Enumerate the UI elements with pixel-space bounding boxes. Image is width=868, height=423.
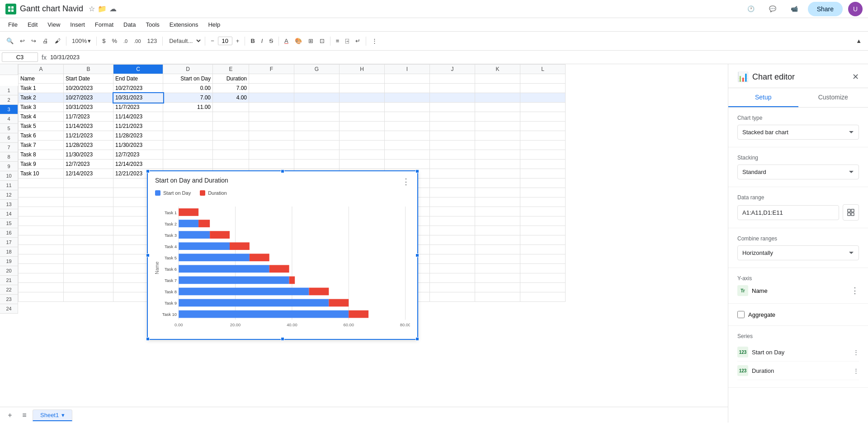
cell-e7[interactable] <box>213 131 249 141</box>
percent-button[interactable]: % <box>109 36 120 46</box>
cell-a1[interactable]: Name <box>19 74 64 84</box>
cell-j5[interactable] <box>430 112 475 122</box>
collapse-toolbar-button[interactable]: ▲ <box>853 36 864 46</box>
cell-j21[interactable] <box>430 264 475 273</box>
cell-g2[interactable] <box>294 84 340 93</box>
cell-j11[interactable] <box>430 169 475 179</box>
cell-j13[interactable] <box>430 188 475 197</box>
menu-edit[interactable]: Edit <box>23 19 42 30</box>
cell-j2[interactable] <box>430 84 475 93</box>
cell-h2[interactable] <box>340 84 385 93</box>
cell-b1[interactable]: Start Date <box>64 74 113 84</box>
cell-i10[interactable] <box>385 160 430 169</box>
strikethrough-button[interactable]: S <box>266 36 276 46</box>
cell-e6[interactable] <box>213 122 249 131</box>
cell-l12[interactable] <box>520 179 566 188</box>
cell-h5[interactable] <box>340 112 385 122</box>
cell-a24[interactable] <box>19 292 64 302</box>
col-header-i[interactable]: I <box>385 65 430 74</box>
series-more-start-button[interactable]: ⋮ <box>853 349 859 356</box>
cell-d1[interactable]: Start on Day <box>163 74 213 84</box>
wrap-button[interactable]: ↵ <box>353 36 363 46</box>
cell-g1[interactable] <box>294 74 340 84</box>
cell-a2[interactable]: Task 1 <box>19 84 64 93</box>
cell-f4[interactable] <box>249 103 294 112</box>
series-more-duration-button[interactable]: ⋮ <box>853 367 859 374</box>
cell-e1[interactable]: Duration <box>213 74 249 84</box>
cell-c8[interactable]: 11/30/2023 <box>113 141 163 150</box>
cell-a16[interactable] <box>19 216 64 226</box>
cell-l20[interactable] <box>520 254 566 264</box>
chart-type-select[interactable]: Stacked bar chart <box>737 125 859 140</box>
cell-f10[interactable] <box>249 160 294 169</box>
cell-g6[interactable] <box>294 122 340 131</box>
cell-c10[interactable]: 12/14/2023 <box>113 160 163 169</box>
cell-j9[interactable] <box>430 150 475 160</box>
cell-j12[interactable] <box>430 179 475 188</box>
data-range-grid-button[interactable] <box>843 204 859 221</box>
cell-l19[interactable] <box>520 245 566 254</box>
cell-g3[interactable] <box>294 93 340 103</box>
menu-extensions[interactable]: Extensions <box>165 19 203 30</box>
font-size-increase[interactable]: + <box>233 36 242 46</box>
cell-i1[interactable] <box>385 74 430 84</box>
menu-help[interactable]: Help <box>203 19 225 30</box>
cell-k4[interactable] <box>475 103 520 112</box>
tab-customize[interactable]: Customize <box>798 88 868 107</box>
cell-d8[interactable] <box>163 141 213 150</box>
cell-a13[interactable] <box>19 188 64 197</box>
cell-e10[interactable] <box>213 160 249 169</box>
menu-file[interactable]: File <box>4 19 22 30</box>
cell-a3[interactable]: Task 2 <box>19 93 64 103</box>
col-header-f[interactable]: F <box>249 65 294 74</box>
bold-button[interactable]: B <box>248 36 257 46</box>
col-header-b[interactable]: B <box>64 65 113 74</box>
more-button[interactable]: ⋮ <box>369 36 380 46</box>
cell-g4[interactable] <box>294 103 340 112</box>
cell-g9[interactable] <box>294 150 340 160</box>
share-button[interactable]: Share <box>808 2 843 16</box>
cell-b16[interactable] <box>64 216 113 226</box>
sheet-menu-button[interactable]: ≡ <box>18 409 31 422</box>
cell-b19[interactable] <box>64 245 113 254</box>
cell-i5[interactable] <box>385 112 430 122</box>
col-header-h[interactable]: H <box>340 65 385 74</box>
cell-b14[interactable] <box>64 197 113 207</box>
cell-a12[interactable] <box>19 179 64 188</box>
cell-a20[interactable] <box>19 254 64 264</box>
cell-a19[interactable] <box>19 245 64 254</box>
cell-j6[interactable] <box>430 122 475 131</box>
cell-b12[interactable] <box>64 179 113 188</box>
cell-b13[interactable] <box>64 188 113 197</box>
cell-l4[interactable] <box>520 103 566 112</box>
cell-e9[interactable] <box>213 150 249 160</box>
cell-l3[interactable] <box>520 93 566 103</box>
cell-j23[interactable] <box>430 283 475 292</box>
cell-b5[interactable]: 11/7/2023 <box>64 112 113 122</box>
cell-a10[interactable]: Task 9 <box>19 160 64 169</box>
cell-b15[interactable] <box>64 207 113 216</box>
font-family-select[interactable]: Default... <box>165 36 202 46</box>
menu-format[interactable]: Format <box>90 19 118 30</box>
cell-l1[interactable] <box>520 74 566 84</box>
col-header-g[interactable]: G <box>294 65 340 74</box>
cell-b23[interactable] <box>64 283 113 292</box>
cell-j24[interactable] <box>430 292 475 302</box>
cell-k1[interactable] <box>475 74 520 84</box>
col-header-d[interactable]: D <box>163 65 213 74</box>
cell-d2[interactable]: 0.00 <box>163 84 213 93</box>
cell-j22[interactable] <box>430 273 475 283</box>
cell-i2[interactable] <box>385 84 430 93</box>
cell-k20[interactable] <box>475 254 520 264</box>
cell-k21[interactable] <box>475 264 520 273</box>
cell-a15[interactable] <box>19 207 64 216</box>
cell-f3[interactable] <box>249 93 294 103</box>
cell-d5[interactable] <box>163 112 213 122</box>
cell-i6[interactable] <box>385 122 430 131</box>
cell-k3[interactable] <box>475 93 520 103</box>
cell-h9[interactable] <box>340 150 385 160</box>
cell-b20[interactable] <box>64 254 113 264</box>
cell-d3[interactable]: 7.00 <box>163 93 213 103</box>
cell-j7[interactable] <box>430 131 475 141</box>
cell-j1[interactable] <box>430 74 475 84</box>
